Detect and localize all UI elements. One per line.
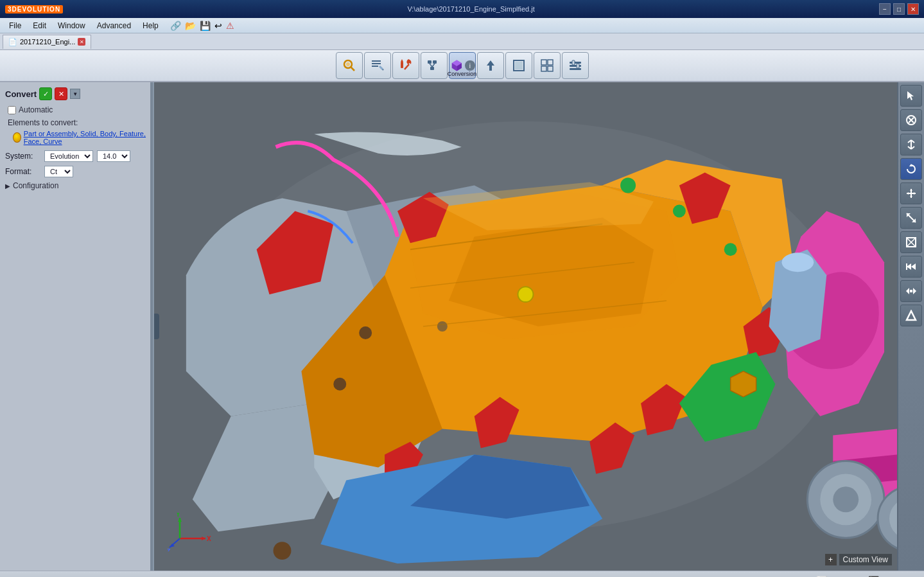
menu-edit[interactable]: Edit bbox=[28, 20, 51, 31]
select-icon bbox=[905, 90, 917, 102]
rt-pan-button[interactable] bbox=[900, 182, 922, 204]
logo-text: 3DEVOLUTION bbox=[5, 5, 63, 13]
format-select[interactable]: Ct bbox=[44, 166, 73, 177]
svg-point-41 bbox=[333, 378, 346, 391]
svg-rect-19 bbox=[548, 60, 553, 65]
structure-tool-button[interactable] bbox=[421, 52, 448, 79]
rotate-icon bbox=[905, 163, 917, 175]
menu-icon-open[interactable]: 📂 bbox=[185, 21, 196, 31]
window-controls: − □ ✕ bbox=[879, 3, 919, 15]
svg-rect-3 bbox=[372, 60, 381, 62]
svg-point-42 bbox=[274, 542, 292, 560]
right-toolbar bbox=[897, 82, 924, 571]
system-select[interactable]: Evolution bbox=[44, 150, 93, 162]
convert-cancel-button[interactable]: ✕ bbox=[55, 87, 67, 100]
custom-view-label: Custom View bbox=[839, 554, 892, 565]
upload-tool-button[interactable] bbox=[477, 52, 504, 79]
svg-marker-79 bbox=[907, 263, 911, 270]
status-bar: Ready Evolution - Ct ▼ ▼ ⊞ ▼ 👁 ▼ ⬜ ▼ ◻ ▼… bbox=[0, 571, 924, 577]
minimize-button[interactable]: − bbox=[879, 3, 891, 15]
settings-tool-button[interactable] bbox=[562, 52, 589, 79]
rt-zoom-button[interactable] bbox=[900, 207, 922, 229]
svg-rect-10 bbox=[428, 60, 431, 64]
svg-rect-12 bbox=[430, 67, 434, 70]
version-select[interactable]: 14.0 bbox=[97, 150, 130, 162]
format-row: Format: Ct bbox=[5, 166, 148, 177]
convert-header: Convert ✓ ✕ ▼ bbox=[5, 87, 148, 100]
svg-point-43 bbox=[437, 321, 448, 332]
conversion-info-icon[interactable]: i bbox=[465, 60, 475, 71]
rt-up-button[interactable] bbox=[900, 305, 922, 326]
menu-icon-save[interactable]: 💾 bbox=[200, 21, 211, 31]
config-row: ▶ Configuration bbox=[5, 181, 148, 190]
menu-icon-1[interactable]: 🔗 bbox=[170, 21, 181, 31]
automatic-label: Automatic bbox=[19, 105, 53, 114]
svg-text:Z: Z bbox=[167, 547, 171, 551]
maximize-button[interactable]: □ bbox=[893, 3, 905, 15]
tools-tool-button[interactable] bbox=[392, 52, 419, 79]
svg-rect-81 bbox=[906, 263, 907, 270]
svg-point-40 bbox=[359, 326, 372, 339]
automatic-row: Automatic bbox=[8, 105, 148, 114]
rt-rotate-button[interactable] bbox=[900, 158, 922, 180]
automatic-checkbox[interactable] bbox=[8, 106, 16, 114]
panel-resize-handle[interactable] bbox=[150, 82, 153, 571]
rt-select-button[interactable] bbox=[900, 85, 922, 107]
menu-advanced[interactable]: Advanced bbox=[92, 20, 136, 31]
menu-file[interactable]: File bbox=[4, 20, 26, 31]
svg-rect-84 bbox=[910, 290, 912, 292]
svg-rect-20 bbox=[541, 66, 546, 71]
viewport-resize-handle[interactable] bbox=[154, 314, 159, 339]
custom-view-area: + Custom View bbox=[825, 554, 892, 565]
left-panel: Convert ✓ ✕ ▼ Automatic Elements to conv… bbox=[0, 82, 154, 571]
config-label[interactable]: Configuration bbox=[13, 181, 58, 190]
convert-ok-button[interactable]: ✓ bbox=[39, 87, 52, 100]
close-button[interactable]: ✕ bbox=[907, 3, 919, 15]
window-title: V:\ablage\20171210_Engine_Simplfied.jt bbox=[407, 5, 534, 13]
menu-window[interactable]: Window bbox=[53, 20, 91, 31]
svg-marker-71 bbox=[907, 192, 909, 195]
crossbox-icon bbox=[905, 236, 917, 248]
svg-text:X: X bbox=[207, 535, 211, 542]
svg-marker-83 bbox=[913, 288, 916, 294]
menu-help[interactable]: Help bbox=[137, 20, 164, 31]
svg-rect-4 bbox=[372, 63, 381, 64]
svg-point-38 bbox=[781, 253, 814, 272]
rt-rewind-button[interactable] bbox=[900, 256, 922, 278]
search-tool-button[interactable] bbox=[336, 52, 363, 79]
format-label: Format: bbox=[5, 167, 40, 176]
viewport[interactable]: X Y Z + Custom View bbox=[154, 82, 897, 571]
zoom-icon bbox=[905, 212, 917, 224]
svg-rect-24 bbox=[570, 68, 581, 70]
elements-link[interactable]: Part or Assembly, Solid, Body, Feature, … bbox=[24, 130, 148, 145]
rt-crossbox-button[interactable] bbox=[900, 231, 922, 253]
svg-line-13 bbox=[430, 64, 432, 67]
svg-marker-7 bbox=[379, 66, 383, 70]
svg-rect-5 bbox=[372, 66, 378, 67]
svg-rect-17 bbox=[515, 62, 523, 69]
rewind-icon bbox=[905, 261, 917, 272]
convert-dropdown-button[interactable]: ▼ bbox=[70, 89, 80, 99]
convert-tool-button[interactable]: Conversion i bbox=[449, 52, 476, 79]
structure-icon bbox=[426, 58, 442, 73]
rt-leftright-button[interactable] bbox=[900, 280, 922, 302]
rt-pointer-button[interactable] bbox=[900, 134, 922, 155]
rt-cancel-button[interactable] bbox=[900, 109, 922, 131]
svg-marker-82 bbox=[906, 288, 909, 294]
svg-marker-80 bbox=[911, 263, 916, 270]
main-toolbar: Conversion i bbox=[0, 50, 924, 82]
svg-point-2 bbox=[346, 62, 350, 66]
tab-main[interactable]: 📄 20171210_Engi... ✕ bbox=[3, 35, 91, 49]
menu-icon-warning[interactable]: ⚠ bbox=[226, 21, 234, 31]
svg-point-29 bbox=[620, 178, 636, 193]
svg-rect-11 bbox=[433, 60, 437, 64]
cube-tool-button[interactable] bbox=[505, 52, 532, 79]
custom-view-plus-button[interactable]: + bbox=[825, 554, 837, 565]
grid-tool-button[interactable] bbox=[534, 52, 561, 79]
tab-bar: 📄 20171210_Engi... ✕ bbox=[0, 33, 924, 50]
system-row: System: Evolution 14.0 bbox=[5, 150, 148, 162]
svg-marker-69 bbox=[910, 189, 912, 191]
edit-tool-button[interactable] bbox=[364, 52, 391, 79]
tab-close-button[interactable]: ✕ bbox=[78, 38, 85, 46]
menu-icon-undo[interactable]: ↩ bbox=[214, 21, 222, 31]
